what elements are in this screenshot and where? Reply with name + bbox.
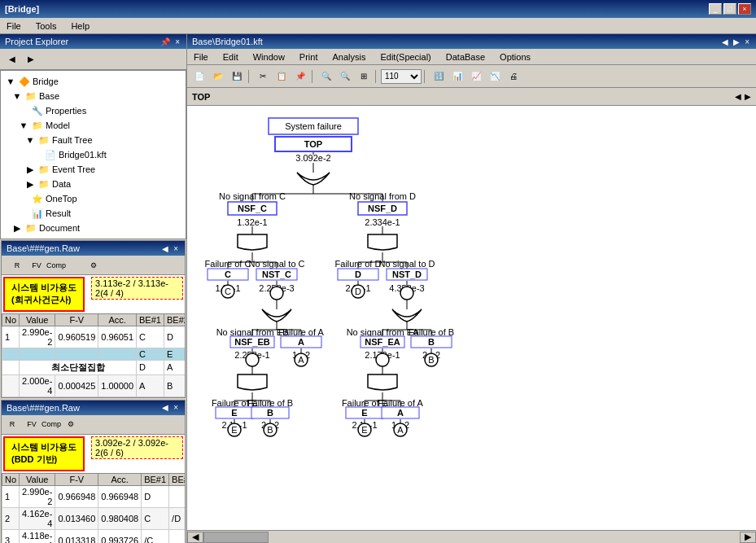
tree-fault-tree[interactable]: ▼ 📁 Fault Tree <box>4 133 182 147</box>
rt-zoom-in[interactable]: 🔍 <box>317 68 335 85</box>
rt-calc2[interactable]: 📊 <box>448 68 466 85</box>
svg-text:E: E <box>231 408 237 418</box>
svg-text:1.32e-1: 1.32e-1 <box>237 217 267 227</box>
comp-btn2[interactable]: Comp <box>42 416 60 432</box>
tree-bridge01[interactable]: 📄 Bridge01.kft <box>4 147 182 162</box>
tree-base[interactable]: ▼ 📁 Base <box>4 89 182 103</box>
rm-options[interactable]: Options <box>496 51 534 63</box>
rm-window[interactable]: Window <box>250 51 288 63</box>
right-close-btn[interactable]: × <box>743 37 751 46</box>
rt-new[interactable]: 📄 <box>190 68 208 85</box>
settings-btn[interactable]: ⚙ <box>85 257 103 274</box>
cell-acc: 0.980408 <box>98 507 142 529</box>
tree-model[interactable]: ▼ 📁 Model <box>4 118 182 133</box>
cell-acc: 0.96051 <box>98 326 137 348</box>
fault-tree-area[interactable]: System failure TOP 3.092e-2 No signal fr… <box>187 106 756 530</box>
right-nav-right[interactable]: ▶ <box>732 37 741 46</box>
svg-text:E: E <box>231 425 237 435</box>
rt-print2[interactable]: 🖨 <box>505 68 522 85</box>
folder-icon-ft: 📁 <box>38 135 50 146</box>
cell-acc: 1.00000 <box>98 374 137 396</box>
svg-text:No signal to C: No signal to C <box>248 259 304 269</box>
cell-fv: 0.013318 <box>55 529 98 543</box>
scroll-thumb[interactable] <box>203 532 269 543</box>
fv-btn2[interactable]: FV <box>23 416 41 432</box>
menu-tools[interactable]: Tools <box>33 20 60 32</box>
tree-data-label: Data <box>52 179 71 189</box>
tb-forward-button[interactable]: ▶ <box>22 51 40 68</box>
top-pin-btn[interactable]: ◀ <box>160 244 170 253</box>
right-toolbar: 📄 📂 💾 ✂ 📋 📌 🔍 🔍 ⊞ 110 100 75 50 🔢 📊 📈 📉 <box>187 65 756 88</box>
top-yellow-label: 시스템 비가용도 (희귀사건근사) <box>3 277 85 312</box>
tree-bridge[interactable]: ▼ 🔶 Bridge <box>4 74 182 89</box>
tree-properties[interactable]: 🔧 Properties <box>4 103 182 118</box>
table-row[interactable]: 3 4.118e-4 0.013318 0.993726 /C /B <box>2 529 186 543</box>
rt-calc1[interactable]: 🔢 <box>430 68 448 85</box>
rm-edit[interactable]: Edit <box>220 51 242 63</box>
rm-edit-special[interactable]: Edit(Special) <box>377 51 434 63</box>
scroll-right-btn[interactable]: ▶ <box>740 532 756 543</box>
cell-be1: /C <box>142 529 169 543</box>
tree-onetop[interactable]: ⭐ OneTop <box>4 191 182 206</box>
nav-left-icon[interactable]: ◀ <box>735 92 741 101</box>
scroll-left-btn[interactable]: ◀ <box>187 532 203 543</box>
top-close-btn[interactable]: × <box>172 244 180 253</box>
folder-icon-data: 📁 <box>38 179 50 190</box>
r-btn2[interactable]: R <box>3 416 21 432</box>
menu-file[interactable]: File <box>3 20 24 32</box>
comp-btn[interactable]: Comp <box>47 257 65 274</box>
top-subpanel: Base\###gen.Raw ◀ × R FV Comp ⚙ <box>1 240 186 398</box>
svg-text:NSF_EA: NSF_EA <box>365 337 400 347</box>
table-row[interactable]: 1 2.990e-2 0.960519 0.96051 C D <box>2 326 186 348</box>
tree-result[interactable]: 📊 Result <box>4 206 182 221</box>
nav-right-icon[interactable]: ▶ <box>745 92 751 101</box>
table-row[interactable]: C E B <box>2 348 186 360</box>
tb-back-button[interactable]: ◀ <box>3 51 21 68</box>
rm-analysis[interactable]: Analysis <box>329 51 369 63</box>
right-nav-left[interactable]: ◀ <box>720 37 730 46</box>
horizontal-scrollbar[interactable]: ◀ ▶ <box>187 530 756 543</box>
table-row[interactable]: 2 4.162e-4 0.013460 0.980408 C /D /A E B <box>2 507 186 529</box>
fv-btn[interactable]: FV <box>28 257 46 274</box>
table-row[interactable]: 최소단절집합 D A E <box>2 360 186 374</box>
pin-button[interactable]: 📌 <box>159 37 172 46</box>
svg-text:No signal from C: No signal from C <box>219 191 286 201</box>
rt-calc4[interactable]: 📉 <box>486 68 504 85</box>
maximize-button[interactable]: □ <box>723 3 736 15</box>
tree-data[interactable]: ▶ 📁 Data <box>4 177 182 191</box>
col-no: No <box>2 313 20 326</box>
rt-cut[interactable]: ✂ <box>254 68 272 85</box>
tree-event-tree[interactable]: ▶ 📁 Event Tree <box>4 162 182 177</box>
cell-value: 2.990e-2 <box>20 485 55 507</box>
rm-print[interactable]: Print <box>296 51 321 63</box>
svg-text:B: B <box>428 355 434 365</box>
r-btn[interactable]: R <box>8 257 26 274</box>
table-row[interactable]: 2.000e-4 0.000425 1.00000 A B <box>2 374 186 396</box>
explorer-close-button[interactable]: × <box>173 37 181 46</box>
top-subpanel-title: Base\###gen.Raw <box>7 243 80 253</box>
rt-fit[interactable]: ⊞ <box>355 68 373 85</box>
tree-fault-tree-label: Fault Tree <box>52 135 93 145</box>
bottom-close-btn[interactable]: × <box>172 403 180 412</box>
rt-save[interactable]: 💾 <box>228 68 246 85</box>
bottom-pin-btn[interactable]: ◀ <box>160 403 170 412</box>
rm-database[interactable]: DataBase <box>443 51 488 63</box>
cell-fv <box>55 348 98 360</box>
rt-zoom-out[interactable]: 🔍 <box>336 68 354 85</box>
zoom-select[interactable]: 110 100 75 50 <box>381 69 422 84</box>
close-button[interactable]: × <box>738 3 751 15</box>
cell-no <box>2 374 20 396</box>
cell-value: 2.000e-4 <box>20 374 55 396</box>
minimize-button[interactable]: _ <box>709 3 722 15</box>
top-yellow-line1: 시스템 비가용도 <box>11 282 76 294</box>
rt-open[interactable]: 📂 <box>209 68 227 85</box>
menu-help[interactable]: Help <box>68 20 93 32</box>
tree-document[interactable]: ▶ 📁 Document <box>4 221 182 235</box>
rt-paste[interactable]: 📌 <box>291 68 309 85</box>
fault-tree-svg: System failure TOP 3.092e-2 No signal fr… <box>187 106 570 530</box>
settings-btn2[interactable]: ⚙ <box>62 416 80 432</box>
rt-calc3[interactable]: 📈 <box>467 68 485 85</box>
rt-copy[interactable]: 📋 <box>273 68 291 85</box>
rm-file[interactable]: File <box>190 51 212 63</box>
table-row[interactable]: 1 2.990e-2 0.966948 0.966948 D <box>2 485 186 507</box>
